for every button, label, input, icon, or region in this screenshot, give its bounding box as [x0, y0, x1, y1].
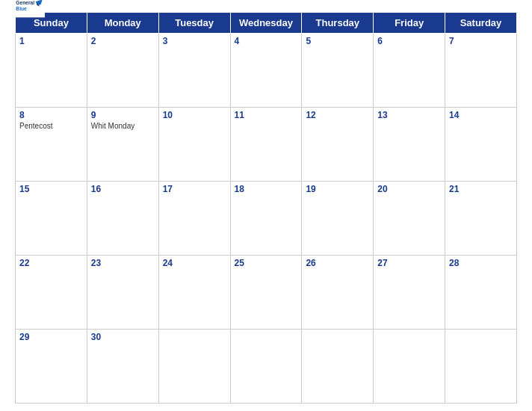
calendar-cell: 9Whit Monday — [87, 108, 158, 182]
day-number: 28 — [449, 258, 513, 268]
calendar-cell: 14 — [445, 108, 517, 182]
calendar-cell: 23 — [87, 256, 158, 330]
calendar-cell: 29 — [16, 330, 87, 404]
day-number: 9 — [91, 110, 155, 120]
calendar-cell: 8Pentecost — [16, 108, 87, 182]
calendar-cell: 13 — [374, 108, 445, 182]
calendar-cell: 3 — [158, 34, 230, 108]
calendar-week-5: 2930 — [16, 330, 517, 404]
calendar-cell: 30 — [87, 330, 158, 404]
day-number: 27 — [377, 258, 441, 268]
weekday-header-friday: Friday — [374, 13, 445, 34]
calendar-cell: 20 — [374, 182, 445, 256]
weekday-header-monday: Monday — [87, 13, 158, 34]
svg-text:Blue: Blue — [16, 6, 27, 11]
calendar-week-4: 22232425262728 — [16, 256, 517, 330]
calendar-cell — [302, 330, 374, 404]
day-number: 5 — [306, 36, 369, 46]
day-number: 19 — [306, 184, 369, 194]
calendar-cell: 15 — [16, 182, 87, 256]
day-number: 2 — [91, 36, 155, 46]
day-number: 11 — [235, 110, 298, 120]
day-number: 22 — [19, 258, 83, 268]
calendar-cell: 21 — [445, 182, 517, 256]
event-label: Whit Monday — [91, 122, 155, 130]
day-number: 6 — [377, 36, 441, 46]
calendar-cell: 4 — [230, 34, 302, 108]
day-number: 30 — [91, 332, 155, 342]
day-number: 1 — [19, 36, 83, 46]
day-number: 17 — [163, 184, 226, 194]
calendar-cell — [230, 330, 302, 404]
calendar-cell: 26 — [302, 256, 374, 330]
day-number: 26 — [306, 258, 369, 268]
calendar-cell: 11 — [230, 108, 302, 182]
calendar-week-2: 8Pentecost9Whit Monday1011121314 — [16, 108, 517, 182]
calendar-cell — [374, 330, 445, 404]
calendar-cell: 10 — [158, 108, 230, 182]
day-number: 12 — [306, 110, 369, 120]
day-number: 24 — [163, 258, 226, 268]
calendar-cell: 17 — [158, 182, 230, 256]
calendar-cell: 2 — [87, 34, 158, 108]
calendar-cell: 19 — [302, 182, 374, 256]
weekday-header-row: SundayMondayTuesdayWednesdayThursdayFrid… — [16, 13, 517, 34]
weekday-header-tuesday: Tuesday — [158, 13, 230, 34]
calendar-cell: 25 — [230, 256, 302, 330]
calendar-cell: 28 — [445, 256, 517, 330]
calendar-cell: 7 — [445, 34, 517, 108]
day-number: 16 — [91, 184, 155, 194]
day-number: 15 — [19, 184, 83, 194]
svg-text:General: General — [16, 0, 34, 5]
day-number: 18 — [235, 184, 298, 194]
day-number: 3 — [163, 36, 226, 46]
calendar-week-3: 15161718192021 — [16, 182, 517, 256]
logo-icon: General Blue — [15, 0, 45, 18]
calendar-cell: 1 — [16, 34, 87, 108]
calendar-cell: 5 — [302, 34, 374, 108]
day-number: 14 — [449, 110, 513, 120]
day-number: 20 — [377, 184, 441, 194]
logo: General Blue — [15, 0, 45, 18]
day-number: 7 — [449, 36, 513, 46]
day-number: 10 — [163, 110, 226, 120]
calendar-cell — [445, 330, 517, 404]
day-number: 21 — [449, 184, 513, 194]
calendar-table: SundayMondayTuesdayWednesdayThursdayFrid… — [15, 12, 517, 404]
day-number: 13 — [377, 110, 441, 120]
day-number: 4 — [235, 36, 298, 46]
calendar-cell: 24 — [158, 256, 230, 330]
calendar-cell: 27 — [374, 256, 445, 330]
weekday-header-thursday: Thursday — [302, 13, 374, 34]
calendar-cell: 6 — [374, 34, 445, 108]
day-number: 29 — [19, 332, 83, 342]
day-number: 23 — [91, 258, 155, 268]
calendar-cell — [158, 330, 230, 404]
calendar-cell: 12 — [302, 108, 374, 182]
calendar-week-1: 1234567 — [16, 34, 517, 108]
calendar-cell: 16 — [87, 182, 158, 256]
day-number: 8 — [19, 110, 83, 120]
event-label: Pentecost — [19, 122, 83, 130]
calendar-cell: 22 — [16, 256, 87, 330]
calendar-cell: 18 — [230, 182, 302, 256]
weekday-header-wednesday: Wednesday — [230, 13, 302, 34]
day-number: 25 — [235, 258, 298, 268]
weekday-header-saturday: Saturday — [445, 13, 517, 34]
